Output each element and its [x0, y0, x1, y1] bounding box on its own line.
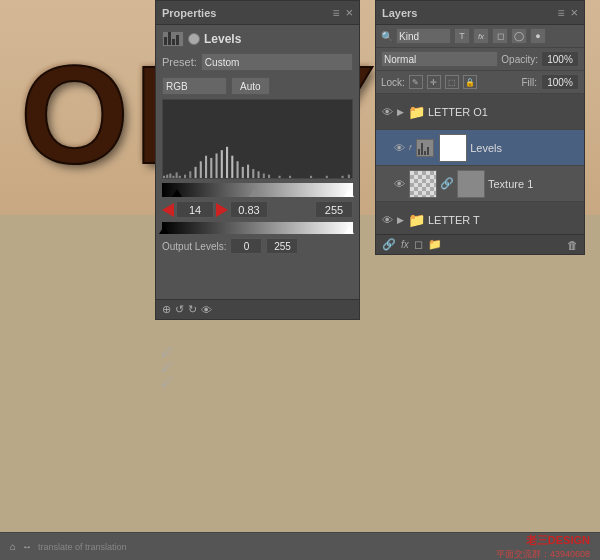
svg-rect-26 [326, 176, 328, 178]
properties-footer-icon-1[interactable]: ⊕ [162, 303, 171, 316]
layer-row[interactable]: 👁 ▶ 📁 LETTER O1 [376, 94, 584, 130]
layers-panel-header: Layers ≡ × [376, 1, 584, 25]
blend-mode-select[interactable]: Normal [381, 51, 498, 67]
levels-histogram-icon [162, 31, 184, 47]
properties-panel-close-icon[interactable]: × [345, 5, 353, 20]
svg-rect-15 [231, 156, 233, 178]
layer-group-arrow[interactable]: ▶ [397, 107, 404, 117]
svg-rect-4 [176, 172, 178, 178]
lock-icon-artboard[interactable]: ⬚ [445, 75, 459, 89]
svg-rect-8 [195, 167, 197, 178]
white-point-handle[interactable] [344, 189, 354, 197]
properties-footer-icon-4[interactable]: 👁 [201, 304, 212, 316]
brand-sub: 平面交流群：43940608 [496, 548, 590, 561]
layer-row[interactable]: 👁 ▶ 📁 LETTER T [376, 202, 584, 234]
layers-footer-fx-icon[interactable]: fx [401, 239, 409, 250]
output-white-value[interactable]: 255 [266, 238, 298, 254]
properties-footer-icon-3[interactable]: ↻ [188, 303, 197, 316]
output-slider-track[interactable] [162, 222, 353, 234]
svg-rect-22 [268, 175, 270, 178]
layer-filter-icon-2[interactable]: fx [473, 28, 489, 44]
layer-visibility-icon[interactable]: 👁 [380, 105, 394, 119]
eyedropper-tools: 🖊 🖊 🖊 [161, 346, 173, 388]
layer-thumbnail-texture-mask [457, 170, 485, 198]
eyedropper-white-icon[interactable]: 🖊 [161, 376, 173, 388]
svg-rect-21 [263, 174, 265, 178]
layer-group-arrow[interactable]: ▶ [397, 215, 404, 225]
layer-visibility-icon[interactable]: 👁 [392, 141, 406, 155]
black-point-handle[interactable] [172, 189, 182, 197]
layer-row[interactable]: 👁 🔗 Texture 1 [376, 166, 584, 202]
layers-footer-mask-icon[interactable]: ◻ [414, 238, 423, 251]
layer-name: Levels [470, 142, 580, 154]
properties-panel: Properties ≡ × Levels Preset: CustomDefa… [155, 0, 360, 320]
svg-rect-9 [200, 161, 202, 178]
layer-visibility-icon[interactable]: 👁 [392, 177, 406, 191]
layer-fx-badge: f [409, 143, 411, 152]
histogram-svg [163, 100, 352, 178]
svg-rect-18 [247, 165, 249, 178]
svg-rect-3 [172, 176, 174, 178]
layers-panel-close-icon[interactable]: × [570, 5, 578, 20]
input-values-row: 14 0.83 255 [162, 201, 353, 218]
levels-layer-icon [416, 139, 434, 157]
input-white-value[interactable]: 255 [315, 201, 353, 218]
mid-point-arrow[interactable] [216, 203, 228, 217]
kind-row: 🔍 Kind T fx ◻ ◯ ● [376, 25, 584, 48]
input-mid-value[interactable]: 0.83 [230, 201, 268, 218]
channel-select[interactable]: RGB [162, 77, 227, 95]
black-point-arrow[interactable] [162, 203, 174, 217]
svg-rect-2 [169, 174, 171, 178]
layers-footer-link-icon[interactable]: 🔗 [382, 238, 396, 251]
levels-header: Levels [162, 31, 353, 47]
levels-visibility-dot[interactable] [188, 33, 200, 45]
layers-panel: Layers ≡ × 🔍 Kind T fx ◻ ◯ ● Normal Opac… [375, 0, 585, 255]
opacity-label: Opacity: [501, 54, 538, 65]
lock-icon-all[interactable]: 🔒 [463, 75, 477, 89]
layer-visibility-icon[interactable]: 👁 [380, 213, 394, 227]
eyedropper-black-icon[interactable]: 🖊 [161, 346, 173, 358]
fill-value[interactable]: 100% [541, 74, 579, 90]
preset-row: Preset: CustomDefaultDarkerIncrease Cont… [162, 53, 353, 71]
layers-footer-delete-icon[interactable]: 🗑 [567, 239, 578, 251]
layer-chain-icon: 🔗 [440, 177, 454, 190]
layer-filter-icon-3[interactable]: ◻ [492, 28, 508, 44]
output-black-handle[interactable] [159, 226, 169, 234]
input-black-value[interactable]: 14 [176, 201, 214, 218]
layers-footer-group-icon[interactable]: 📁 [428, 238, 442, 251]
layer-filter-icon-1[interactable]: T [454, 28, 470, 44]
svg-rect-23 [279, 176, 281, 178]
lock-icon-pen[interactable]: ✎ [409, 75, 423, 89]
rgb-auto-row: RGB Auto [162, 77, 353, 95]
layer-row[interactable]: 👁 f Levels [376, 130, 584, 166]
opacity-value[interactable]: 100% [541, 51, 579, 67]
lock-row: Lock: ✎ ✛ ⬚ 🔒 Fill: 100% [376, 71, 584, 94]
layers-panel-menu-icon[interactable]: ≡ [557, 6, 564, 20]
properties-footer-icon-2[interactable]: ↺ [175, 303, 184, 316]
svg-rect-0 [163, 176, 165, 178]
histogram-area [162, 99, 353, 179]
svg-rect-17 [242, 167, 244, 178]
properties-panel-menu-icon[interactable]: ≡ [332, 6, 339, 20]
output-white-handle[interactable] [344, 226, 354, 234]
svg-rect-16 [237, 161, 239, 178]
svg-rect-10 [205, 156, 207, 178]
svg-rect-13 [221, 150, 223, 178]
auto-button[interactable]: Auto [231, 77, 270, 95]
lock-icon-move[interactable]: ✛ [427, 75, 441, 89]
eyedropper-gray-icon[interactable]: 🖊 [161, 361, 173, 373]
svg-rect-12 [216, 153, 218, 178]
status-home-icon[interactable]: ⌂ [10, 541, 16, 552]
svg-rect-11 [210, 158, 212, 178]
layer-filter-icon-4[interactable]: ◯ [511, 28, 527, 44]
kind-select[interactable]: Kind [396, 28, 451, 44]
mid-point-handle[interactable] [249, 189, 259, 197]
preset-select[interactable]: CustomDefaultDarkerIncrease Contrast 1In… [201, 53, 353, 71]
layer-filter-icon-5[interactable]: ● [530, 28, 546, 44]
input-slider-track[interactable] [162, 183, 353, 197]
status-right: 老三DESIGN 平面交流群：43940608 [496, 533, 590, 561]
brand-logo: 老三DESIGN [526, 533, 590, 548]
layer-name: LETTER O1 [428, 106, 580, 118]
status-translate-icon[interactable]: ↔ [22, 541, 32, 552]
output-black-value[interactable]: 0 [230, 238, 262, 254]
